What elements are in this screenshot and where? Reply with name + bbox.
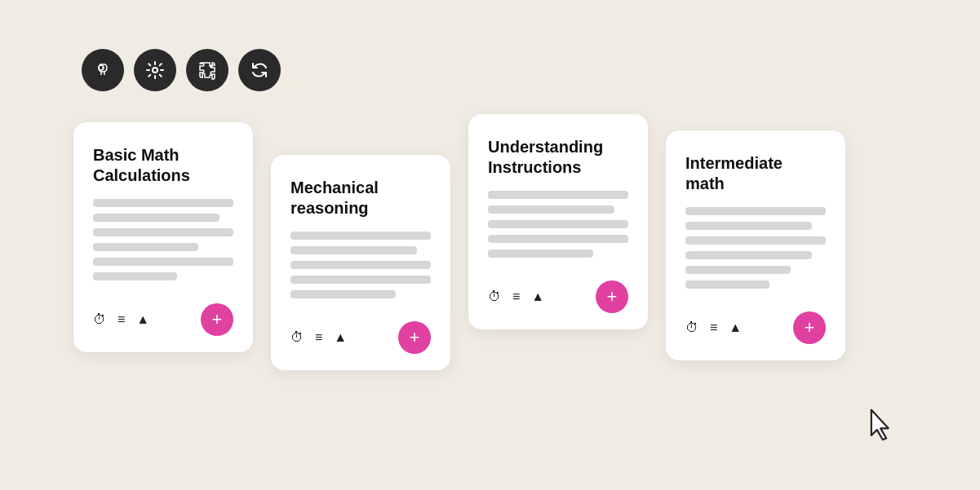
list-icon: ≡ — [512, 289, 520, 304]
card-mechanical-skeleton — [290, 232, 431, 298]
skeleton-line — [488, 191, 628, 199]
skeleton-line — [290, 276, 431, 284]
card-mechanical: Mechanical reasoning ⏱ ≡ ▲ + — [271, 155, 450, 370]
skeleton-line — [685, 251, 812, 259]
skeleton-line — [488, 235, 628, 243]
card-basic-math: Basic Math Calculations ⏱ ≡ ▲ + — [73, 122, 253, 352]
skeleton-line — [685, 280, 769, 289]
card-intermediate-skeleton — [685, 207, 826, 289]
timer-icon: ⏱ — [685, 320, 698, 335]
card-understanding: Understanding Instructions ⏱ ≡ ▲ + — [468, 114, 648, 329]
add-understanding-button[interactable]: + — [596, 280, 628, 313]
skeleton-line — [93, 228, 233, 236]
chart-icon: ▲ — [136, 312, 149, 327]
toolbar — [82, 49, 281, 91]
timer-icon: ⏱ — [290, 330, 304, 345]
skeleton-line — [93, 272, 177, 280]
add-mechanical-button[interactable]: + — [398, 321, 431, 354]
skeleton-line — [685, 207, 826, 215]
skeleton-line — [685, 266, 791, 274]
card-understanding-title: Understanding Instructions — [488, 137, 628, 178]
svg-point-1 — [102, 67, 104, 68]
skeleton-line — [93, 214, 220, 222]
settings-button[interactable] — [134, 49, 176, 91]
skeleton-line — [93, 258, 233, 266]
mouse-cursor — [868, 408, 894, 441]
timer-icon: ⏱ — [93, 312, 106, 327]
add-intermediate-button[interactable]: + — [793, 311, 826, 344]
cards-container: Basic Math Calculations ⏱ ≡ ▲ + Mechanic… — [73, 106, 845, 370]
svg-point-2 — [153, 68, 157, 73]
card-understanding-footer: ⏱ ≡ ▲ + — [488, 274, 628, 313]
card-mechanical-title: Mechanical reasoning — [290, 178, 431, 219]
card-basic-math-skeleton — [93, 199, 233, 280]
card-intermediate-title: Intermediate math — [685, 153, 826, 194]
skeleton-line — [290, 232, 431, 240]
skeleton-line — [290, 246, 417, 254]
skeleton-line — [488, 249, 593, 258]
card-basic-math-title: Basic Math Calculations — [93, 145, 233, 186]
skeleton-line — [290, 261, 431, 269]
list-icon: ≡ — [118, 312, 125, 327]
puzzle-button[interactable] — [186, 49, 228, 91]
chart-icon: ▲ — [729, 320, 742, 335]
refresh-button[interactable] — [238, 49, 281, 91]
timer-icon: ⏱ — [488, 289, 501, 304]
add-basic-math-button[interactable]: + — [201, 303, 233, 336]
list-icon: ≡ — [315, 330, 322, 345]
card-intermediate: Intermediate math ⏱ ≡ ▲ + — [666, 130, 845, 360]
chart-icon: ▲ — [531, 289, 544, 304]
list-icon: ≡ — [710, 320, 717, 335]
skeleton-line — [685, 222, 812, 230]
brain-button[interactable] — [82, 49, 124, 91]
skeleton-line — [685, 236, 826, 245]
card-understanding-skeleton — [488, 191, 628, 258]
card-intermediate-footer: ⏱ ≡ ▲ + — [685, 305, 826, 344]
skeleton-line — [93, 199, 233, 207]
skeleton-line — [290, 290, 396, 298]
skeleton-line — [93, 243, 198, 251]
skeleton-line — [488, 220, 628, 228]
card-basic-math-footer: ⏱ ≡ ▲ + — [93, 297, 233, 336]
chart-icon: ▲ — [334, 330, 347, 345]
skeleton-line — [488, 205, 614, 214]
card-mechanical-footer: ⏱ ≡ ▲ + — [290, 315, 431, 354]
